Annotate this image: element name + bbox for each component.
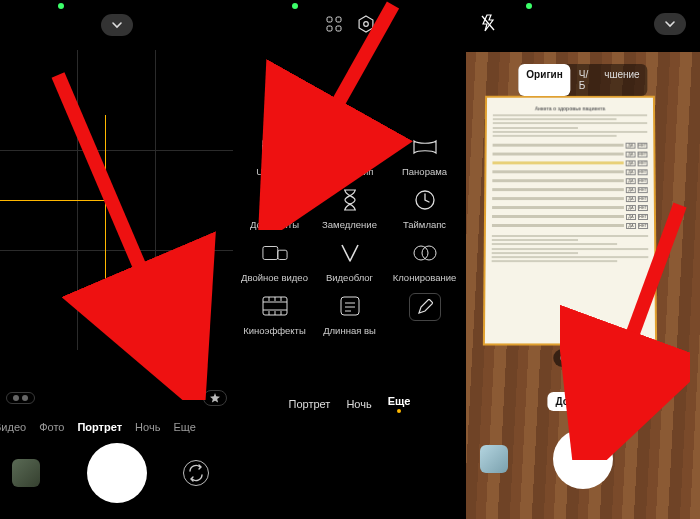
svg-text:Ultra HD: Ultra HD: [262, 144, 288, 151]
collapse-pill-3[interactable]: [654, 13, 686, 35]
focus-crosshair-icon: +: [112, 306, 120, 322]
flash-toggle[interactable]: [480, 14, 496, 35]
svg-rect-3: [336, 26, 341, 31]
ultra-hd-icon: Ultra HD: [262, 134, 288, 160]
segment-bw[interactable]: Ч/Б: [571, 64, 596, 96]
modes-grid-icon[interactable]: [325, 15, 343, 33]
panorama-icon: [412, 134, 438, 160]
shutter-button[interactable]: [87, 443, 147, 503]
mode-strip-2[interactable]: Портрет Ночь Еще: [233, 389, 466, 419]
mode-night-2[interactable]: Ночь: [346, 398, 371, 410]
star-icon: [210, 393, 220, 403]
mode-portrait-2[interactable]: Портрет: [289, 398, 331, 410]
svg-rect-15: [341, 297, 359, 315]
hourglass-icon: [337, 187, 363, 213]
long-exposure-icon: [337, 293, 363, 319]
switch-camera-button[interactable]: [183, 460, 209, 486]
close-mode-tag[interactable]: [601, 393, 619, 411]
segment-original[interactable]: Оригин: [518, 64, 570, 96]
svg-point-5: [363, 22, 368, 27]
svg-rect-0: [327, 17, 332, 22]
mode-tile-documents[interactable]: Документы: [237, 187, 312, 230]
left-zoom-chip[interactable]: [6, 392, 35, 404]
svg-rect-2: [327, 26, 332, 31]
right-filter-chip[interactable]: [203, 390, 227, 406]
svg-point-12: [414, 246, 428, 260]
mode-video[interactable]: Видео: [0, 421, 26, 433]
mode-more[interactable]: Еще: [173, 421, 195, 433]
timelapse-icon: [412, 187, 438, 213]
zoom-controls[interactable]: 0.6 1X: [553, 349, 613, 367]
mode-portrait[interactable]: Портрет: [77, 421, 122, 433]
camera-main-panel: + Видео Фото Портрет Ночь Еще: [0, 0, 233, 519]
mode-tile-panorama[interactable]: Панорама: [387, 134, 462, 177]
settings-icon[interactable]: [357, 15, 375, 33]
mode-tile-timelapse[interactable]: Таймлапс: [387, 187, 462, 230]
clone-icon: [412, 240, 438, 266]
zoom-0-6x[interactable]: 0.6: [553, 349, 580, 367]
film-effects-icon: [262, 293, 288, 319]
mode-night[interactable]: Ночь: [135, 421, 160, 433]
mode-strip[interactable]: Видео Фото Портрет Ночь Еще: [0, 415, 233, 439]
svg-rect-1: [336, 17, 341, 22]
mode-more-2[interactable]: Еще: [388, 395, 411, 407]
play-circle-icon: [337, 134, 363, 160]
mode-tile-dual-video[interactable]: Двойное видео: [237, 240, 312, 283]
switch-camera-icon: [184, 461, 208, 485]
extra-modes-grid: Ultra HD Ultra HD Видеоклип Панорама Док…: [233, 48, 466, 344]
document-title: Анкета о здоровье пациента: [493, 106, 647, 112]
mode-tile-slowmo[interactable]: Замедление: [312, 187, 387, 230]
mode-tile-videoclip[interactable]: Видеоклип: [312, 134, 387, 177]
gallery-thumbnail-3[interactable]: [480, 445, 508, 473]
svg-rect-11: [277, 250, 286, 259]
svg-marker-4: [359, 16, 373, 32]
active-mode-tag: Докум: [547, 392, 618, 411]
detected-document: Анкета о здоровье пациента ДАНЕТ ДАНЕТ Д…: [483, 96, 657, 346]
filter-segments[interactable]: Оригин Ч/Б чшение: [518, 64, 647, 96]
close-icon: [605, 397, 615, 407]
svg-rect-10: [262, 247, 277, 260]
mode-tile-long-exposure[interactable]: Длинная вы: [312, 293, 387, 336]
mode-tag-label: Докум: [547, 392, 594, 411]
collapse-pill[interactable]: [101, 14, 133, 36]
vlog-icon: [337, 240, 363, 266]
gallery-thumbnail[interactable]: [12, 459, 40, 487]
shutter-button-3[interactable]: [553, 429, 613, 489]
mode-tile-film-effects[interactable]: Киноэффекты: [237, 293, 312, 336]
camera-more-modes-panel: Ultra HD Ultra HD Видеоклип Панорама Док…: [233, 0, 466, 519]
mode-tile-edit[interactable]: [387, 293, 462, 336]
mode-indicator-dot-2: [397, 409, 401, 413]
edit-icon: [409, 293, 441, 321]
chevron-down-icon: [111, 19, 123, 31]
svg-point-13: [422, 246, 436, 260]
chevron-down-icon: [664, 18, 676, 30]
document-icon: [262, 187, 288, 213]
mode-tile-vlog[interactable]: Видеоблог: [312, 240, 387, 283]
document-scan-panel: Оригин Ч/Б чшение Анкета о здоровье паци…: [466, 0, 700, 519]
mode-tile-ultra-hd[interactable]: Ultra HD Ultra HD: [237, 134, 312, 177]
mode-tile-clone[interactable]: Клонирование: [387, 240, 462, 283]
zoom-1x[interactable]: 1X: [588, 349, 613, 367]
mode-photo[interactable]: Фото: [39, 421, 64, 433]
flash-off-icon: [480, 14, 496, 32]
segment-enhance[interactable]: чшение: [596, 64, 647, 96]
dual-video-icon: [262, 240, 288, 266]
viewfinder-grid: +: [0, 50, 233, 350]
